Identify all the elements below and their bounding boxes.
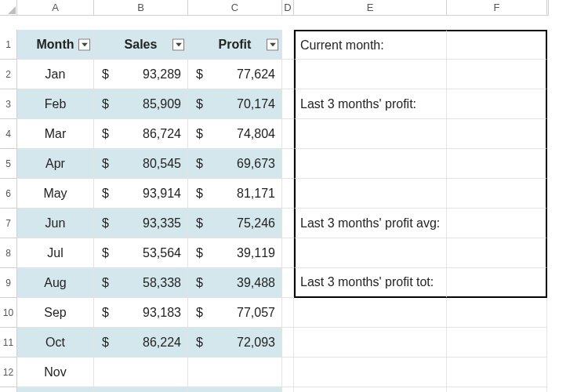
select-all-corner[interactable] <box>0 0 17 16</box>
cell-E6[interactable] <box>294 179 447 209</box>
row-header-8[interactable]: 8 <box>0 238 17 268</box>
cell-sales[interactable]: $80,545 <box>94 149 188 179</box>
cell-F10[interactable] <box>447 298 547 328</box>
cell-month[interactable]: May <box>17 179 94 209</box>
cell-F7[interactable] <box>447 209 547 238</box>
cell-F12[interactable] <box>447 358 547 387</box>
cell-sales[interactable]: $93,914 <box>94 179 188 209</box>
cell-profit[interactable]: $39,488 <box>188 268 282 298</box>
cell-F8[interactable] <box>447 238 547 268</box>
cell-F2[interactable] <box>447 60 547 89</box>
col-header-B[interactable]: B <box>94 0 188 16</box>
cell-sales[interactable] <box>94 358 188 387</box>
cell-D8[interactable] <box>282 238 294 268</box>
filter-icon[interactable] <box>267 38 278 50</box>
cell-sales[interactable]: $86,224 <box>94 328 188 358</box>
cell-D6[interactable] <box>282 179 294 209</box>
cell-profit[interactable]: $39,119 <box>188 238 282 268</box>
row-header-2[interactable]: 2 <box>0 60 17 89</box>
cell-E12[interactable] <box>294 358 447 387</box>
row-header-11[interactable]: 11 <box>0 328 17 358</box>
col-header-F[interactable]: F <box>447 0 547 16</box>
row-header-7[interactable]: 7 <box>0 209 17 238</box>
cell-E4[interactable] <box>294 119 447 149</box>
cell-sales[interactable]: $53,564 <box>94 238 188 268</box>
col-header-E[interactable]: E <box>294 0 447 16</box>
row-header-12[interactable]: 12 <box>0 358 17 387</box>
row-header-10[interactable]: 10 <box>0 298 17 328</box>
cell-F3[interactable] <box>447 89 547 119</box>
cell-profit[interactable] <box>188 387 282 392</box>
cell-E2[interactable] <box>294 60 447 89</box>
cell-D5[interactable] <box>282 149 294 179</box>
cell-E8[interactable] <box>294 238 447 268</box>
cell-F6[interactable] <box>447 179 547 209</box>
cell-sales[interactable]: $58,338 <box>94 268 188 298</box>
cell-F13[interactable] <box>447 387 547 392</box>
cell-E7-label[interactable]: Last 3 months' profit avg: <box>294 209 447 238</box>
cell-F11[interactable] <box>447 328 547 358</box>
cell-E10[interactable] <box>294 298 447 328</box>
cell-E9-label[interactable]: Last 3 months' profit tot: <box>294 268 447 298</box>
row-header-6[interactable]: 6 <box>0 179 17 209</box>
cell-sales[interactable]: $86,724 <box>94 119 188 149</box>
cell-month[interactable]: Feb <box>17 89 94 119</box>
row-header-4[interactable]: 4 <box>0 119 17 149</box>
cell-sales[interactable]: $85,909 <box>94 89 188 119</box>
row-header-13[interactable]: 13 <box>0 387 17 392</box>
cell-month[interactable]: Aug <box>17 268 94 298</box>
cell-D13[interactable] <box>282 387 294 392</box>
row-header-1[interactable]: 1 <box>0 30 17 60</box>
cell-F5[interactable] <box>447 149 547 179</box>
table-header-month[interactable]: Month <box>17 30 94 60</box>
cell-D2[interactable] <box>282 60 294 89</box>
cell-month[interactable]: Mar <box>17 119 94 149</box>
col-header-C[interactable]: C <box>188 0 282 16</box>
cell-D4[interactable] <box>282 119 294 149</box>
cell-D11[interactable] <box>282 328 294 358</box>
cell-F9[interactable] <box>447 268 547 298</box>
cell-profit[interactable]: $77,057 <box>188 298 282 328</box>
cell-E13[interactable] <box>294 387 447 392</box>
cell-sales[interactable] <box>94 387 188 392</box>
cell-sales[interactable]: $93,289 <box>94 60 188 89</box>
cell-profit[interactable]: $77,624 <box>188 60 282 89</box>
row-header-3[interactable]: 3 <box>0 89 17 119</box>
cell-D1[interactable] <box>282 30 294 60</box>
cell-F4[interactable] <box>447 119 547 149</box>
col-header-D[interactable]: D <box>282 0 294 16</box>
cell-month[interactable]: Apr <box>17 149 94 179</box>
cell-profit[interactable]: $75,246 <box>188 209 282 238</box>
spreadsheet-grid[interactable]: A B C D E F 1 Month Sales Profit Current… <box>0 0 588 392</box>
cell-profit[interactable] <box>188 358 282 387</box>
cell-profit[interactable]: $70,174 <box>188 89 282 119</box>
cell-month[interactable]: Jun <box>17 209 94 238</box>
filter-icon[interactable] <box>78 38 90 50</box>
cell-sales[interactable]: $93,183 <box>94 298 188 328</box>
cell-E3-label[interactable]: Last 3 months' profit: <box>294 89 447 119</box>
table-header-sales[interactable]: Sales <box>94 30 188 60</box>
row-header-5[interactable]: 5 <box>0 149 17 179</box>
cell-month[interactable]: Sep <box>17 298 94 328</box>
cell-month[interactable]: Dec <box>17 387 94 392</box>
col-header-A[interactable]: A <box>17 0 94 16</box>
cell-D7[interactable] <box>282 209 294 238</box>
cell-profit[interactable]: $74,804 <box>188 119 282 149</box>
cell-sales[interactable]: $93,335 <box>94 209 188 238</box>
cell-E11[interactable] <box>294 328 447 358</box>
filter-icon[interactable] <box>172 38 184 50</box>
cell-D12[interactable] <box>282 358 294 387</box>
cell-month[interactable]: Oct <box>17 328 94 358</box>
cell-D3[interactable] <box>282 89 294 119</box>
cell-D10[interactable] <box>282 298 294 328</box>
table-header-profit[interactable]: Profit <box>188 30 282 60</box>
cell-profit[interactable]: $72,093 <box>188 328 282 358</box>
cell-month[interactable]: Jul <box>17 238 94 268</box>
cell-F1[interactable] <box>447 30 547 60</box>
cell-profit[interactable]: $81,171 <box>188 179 282 209</box>
cell-D9[interactable] <box>282 268 294 298</box>
cell-month[interactable]: Jan <box>17 60 94 89</box>
cell-profit[interactable]: $69,673 <box>188 149 282 179</box>
cell-E1-label[interactable]: Current month: <box>294 30 447 60</box>
cell-month[interactable]: Nov <box>17 358 94 387</box>
